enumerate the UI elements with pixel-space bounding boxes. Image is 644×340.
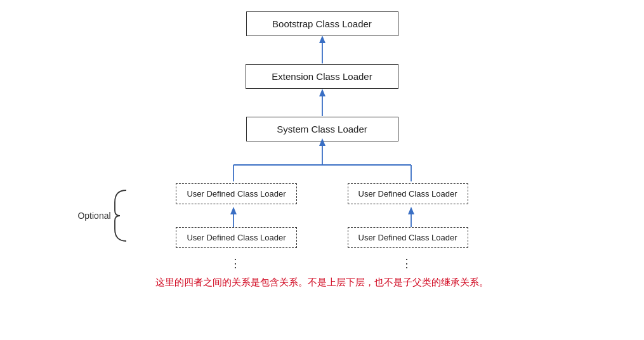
left-dots: ⋮ [230, 256, 243, 270]
diagram-container: Bootstrap Class Loader Extension Class L… [13, 11, 631, 334]
user-defined-box-bottom-right: User Defined Class Loader [348, 227, 468, 248]
right-user-column: User Defined Class Loader User Defined C… [348, 183, 468, 270]
right-dots: ⋮ [401, 256, 414, 270]
user-defined-box-top-left: User Defined Class Loader [176, 183, 296, 204]
system-box: System Class Loader [246, 117, 398, 141]
extension-box: Extension Class Loader [246, 64, 398, 89]
extension-label: Extension Class Loader [272, 71, 372, 82]
bootstrap-label: Bootstrap Class Loader [272, 18, 372, 29]
left-user-column: User Defined Class Loader User Defined C… [176, 183, 296, 270]
system-label: System Class Loader [277, 124, 367, 134]
full-diagram: Bootstrap Class Loader Extension Class L… [107, 11, 538, 270]
bottom-note: 这里的四者之间的关系是包含关系。不是上层下层，也不是子父类的继承关系。 [13, 277, 631, 289]
bootstrap-box: Bootstrap Class Loader [246, 11, 398, 36]
user-defined-box-bottom-left: User Defined Class Loader [176, 227, 296, 248]
boxes-layer: Bootstrap Class Loader Extension Class L… [107, 11, 538, 270]
brace-icon [114, 190, 128, 242]
optional-label: Optional [77, 211, 110, 221]
user-defined-box-top-right: User Defined Class Loader [348, 183, 468, 204]
